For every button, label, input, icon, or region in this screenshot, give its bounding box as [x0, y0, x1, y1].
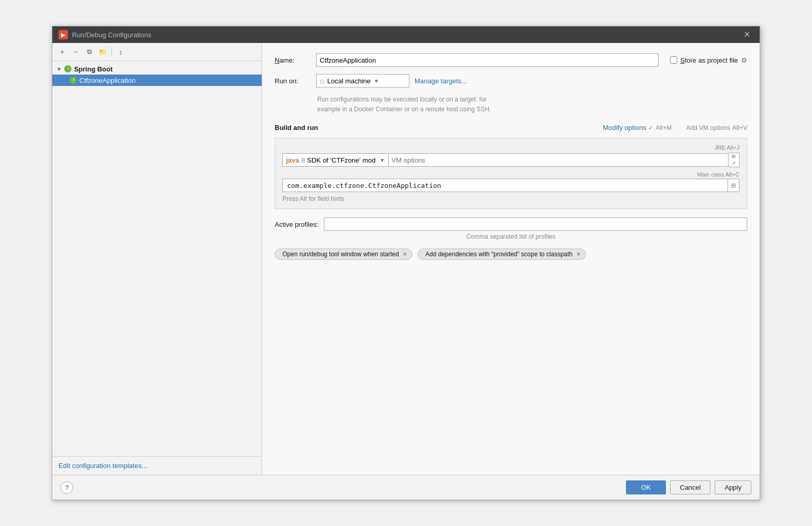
titlebar: ▶ Run/Debug Configurations ✕: [52, 26, 760, 43]
store-project-file-checkbox[interactable]: [670, 56, 677, 64]
hint-line1: Run configurations may be executed local…: [317, 96, 487, 103]
build-run-section-header: Build and run Modify options ✓ Alt+M Add…: [275, 124, 747, 132]
add-config-button[interactable]: +: [56, 46, 68, 57]
java-version: 8: [301, 156, 305, 164]
app-icon: ▶: [59, 30, 68, 39]
action-buttons: OK Cancel Apply: [626, 480, 751, 494]
tag1-label: Open run/debug tool window when started: [282, 251, 399, 258]
main-content: + − ⧉ 📁 ↕ ▼ Spring Boot: [52, 43, 760, 475]
vm-expand-buttons: ⊞ ↗: [729, 153, 739, 167]
local-machine-label: Local machine: [327, 77, 371, 85]
store-project-file-area: Store as project file ⚙: [670, 56, 747, 64]
java-keyword: java: [286, 156, 299, 164]
run-on-hint: Run configurations may be executed local…: [317, 95, 747, 114]
titlebar-left: ▶ Run/Debug Configurations: [59, 30, 151, 39]
store-project-file-label[interactable]: Store as project file: [680, 56, 738, 64]
hint-line2: example in a Docker Container or on a re…: [317, 106, 491, 113]
svg-point-1: [69, 77, 77, 84]
sort-config-button[interactable]: ↕: [115, 46, 126, 57]
spring-boot-group: ▼ Spring Boot CtfzoneApplication: [52, 63, 262, 86]
run-debug-dialog: ▶ Run/Debug Configurations ✕ + − ⧉ 📁 ↕ ▼: [52, 26, 760, 500]
main-class-row: ⊟: [282, 179, 739, 192]
run-on-row: Run on: ⌂ Local machine ▼ Manage targets…: [275, 74, 747, 87]
spring-boot-group-label: Spring Boot: [74, 65, 112, 73]
active-profiles-row: Active profiles:: [275, 217, 747, 231]
ok-button[interactable]: OK: [626, 480, 666, 494]
help-button[interactable]: ?: [61, 481, 73, 494]
vm-shrink-button[interactable]: ↗: [729, 160, 739, 167]
jre-shortcut-hint: JRE Alt+J: [282, 144, 739, 151]
tag2-label: Add dependencies with “provided” scope t…: [425, 251, 573, 258]
java-sdk-suffix: SDK of 'CTFzone' mod: [307, 156, 376, 164]
build-run-area: JRE Alt+J java 8 SDK of 'CTFzone' mod ▼ …: [275, 138, 747, 209]
jre-vm-row: java 8 SDK of 'CTFzone' mod ▼ ⊞ ↗: [282, 153, 739, 167]
add-vm-options-label: Add VM options: [686, 124, 730, 132]
sidebar-footer: Edit configuration templates...: [52, 456, 262, 475]
vm-expand-button[interactable]: ⊞: [729, 153, 739, 160]
ctfzone-config-icon: [69, 76, 77, 84]
modify-options-link[interactable]: Modify options: [603, 124, 646, 132]
sdk-dropdown-chevron: ▼: [380, 157, 385, 163]
edit-templates-link[interactable]: Edit configuration templates...: [59, 462, 147, 470]
main-class-input[interactable]: [282, 179, 728, 192]
profiles-hint: Comma separated list of profiles: [275, 233, 747, 240]
jre-shortcut-text: JRE Alt+J: [715, 144, 739, 151]
tag2-close-button[interactable]: ×: [577, 251, 580, 257]
tag-open-run-debug: Open run/debug tool window when started …: [275, 249, 412, 260]
ctfzone-config-item[interactable]: CtfzoneApplication: [52, 75, 262, 86]
svg-point-0: [64, 65, 72, 72]
config-panel: Name: Store as project file ⚙ Run on: ⌂ …: [262, 43, 760, 475]
main-class-wrapper: Main class Alt+C ⊟: [282, 171, 739, 192]
close-button[interactable]: ✕: [740, 30, 753, 40]
main-class-shortcut-hint: Main class Alt+C: [282, 171, 739, 178]
modify-shortcut-hint: ✓: [648, 124, 653, 132]
build-run-label: Build and run: [275, 124, 318, 132]
main-class-shortcut-text: Main class Alt+C: [697, 171, 739, 178]
active-profiles-label: Active profiles:: [275, 221, 319, 228]
name-label: Name:: [275, 56, 311, 64]
java-sdk-dropdown[interactable]: java 8 SDK of 'CTFzone' mod ▼: [282, 153, 389, 167]
tag1-close-button[interactable]: ×: [403, 251, 407, 257]
toolbar-divider: [111, 47, 112, 56]
press-alt-hint: Press Alt for field hints: [282, 195, 739, 202]
cancel-button[interactable]: Cancel: [670, 480, 710, 494]
add-vm-shortcut: Alt+V: [732, 124, 747, 132]
name-row: Name: Store as project file ⚙: [275, 53, 747, 67]
apply-button[interactable]: Apply: [715, 480, 751, 494]
run-on-label: Run on:: [275, 77, 311, 85]
dropdown-chevron-icon: ▼: [374, 78, 379, 84]
sidebar: + − ⧉ 📁 ↕ ▼ Spring Boot: [52, 43, 262, 475]
modify-shortcut-key: Alt+M: [656, 124, 672, 132]
gear-icon[interactable]: ⚙: [741, 56, 747, 64]
sidebar-toolbar: + − ⧉ 📁 ↕: [52, 43, 262, 61]
name-input[interactable]: [316, 53, 659, 67]
modify-options-area: Modify options ✓ Alt+M Add VM options Al…: [603, 124, 747, 132]
tags-row: Open run/debug tool window when started …: [275, 249, 747, 260]
folder-config-button[interactable]: 📁: [97, 46, 108, 57]
chevron-down-icon: ▼: [56, 66, 62, 72]
remove-config-button[interactable]: −: [70, 46, 81, 57]
spring-boot-group-header[interactable]: ▼ Spring Boot: [52, 63, 262, 75]
run-on-dropdown[interactable]: ⌂ Local machine ▼: [316, 74, 409, 87]
ctfzone-config-label: CtfzoneApplication: [79, 77, 135, 84]
house-icon: ⌂: [320, 77, 324, 85]
copy-config-button[interactable]: ⧉: [83, 46, 95, 57]
dialog-title: Run/Debug Configurations: [72, 31, 151, 39]
manage-targets-link[interactable]: Manage targets...: [415, 77, 467, 85]
bottom-bar: ? OK Cancel Apply: [52, 475, 760, 500]
tag-add-dependencies: Add dependencies with “provided” scope t…: [418, 249, 586, 260]
vm-options-input[interactable]: [389, 153, 729, 167]
spring-boot-icon: [64, 65, 72, 73]
main-class-expand-button[interactable]: ⊟: [728, 179, 739, 192]
sidebar-tree: ▼ Spring Boot CtfzoneApplication: [52, 61, 262, 456]
name-label-text: Name:: [275, 56, 294, 64]
active-profiles-input[interactable]: [324, 217, 747, 231]
